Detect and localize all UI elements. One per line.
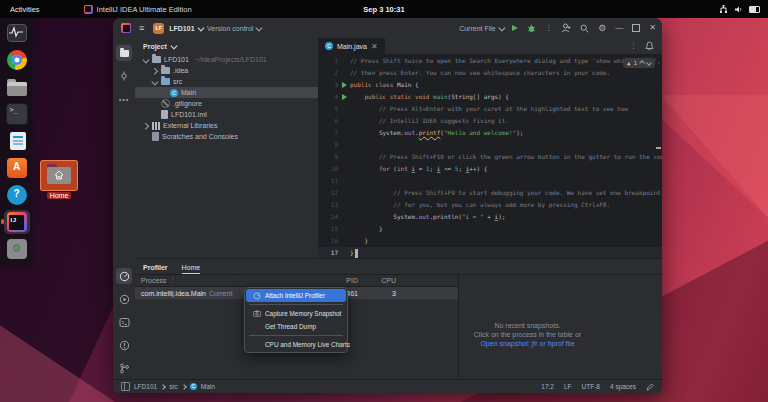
dock-item-software-center[interactable]: [4, 156, 30, 180]
editor-tab-main-java[interactable]: C Main.java ✕: [318, 38, 385, 54]
menu-item-attach-intellij-profiler[interactable]: Attach IntelliJ Profiler: [246, 289, 346, 302]
expander-expanded-icon[interactable]: [150, 78, 158, 85]
breadcrumb-main[interactable]: Main: [201, 383, 215, 390]
dock-item-intellij-idea[interactable]: [4, 210, 30, 234]
tool-run-button[interactable]: [116, 291, 132, 307]
editor-options-icon[interactable]: ⋮: [630, 42, 637, 50]
tree-item-main[interactable]: CMain: [135, 87, 318, 98]
prev-problem-icon[interactable]: [639, 60, 645, 66]
window-maximize-button[interactable]: [632, 24, 640, 32]
code-line-6[interactable]: 6 // IntelliJ IDEA suggests fixing it.: [318, 115, 662, 127]
tree-item-external-libraries[interactable]: External Libraries: [135, 120, 318, 131]
search-icon[interactable]: [580, 24, 589, 33]
vcs-widget[interactable]: Version control: [207, 25, 261, 32]
code-line-12[interactable]: 12 // Press Shift+F9 to start debugging …: [318, 187, 662, 199]
run-configuration-widget[interactable]: Current File: [459, 25, 503, 32]
dock-item-libreoffice-writer[interactable]: [4, 129, 30, 153]
code-line-15[interactable]: 15 }: [318, 223, 662, 235]
tree-item-lfd101[interactable]: LFD101~/IdeaProjects/LFD101: [135, 54, 318, 65]
breadcrumb-project[interactable]: LFD101: [134, 383, 157, 390]
chevron-down-icon: [498, 24, 504, 30]
expander-expanded-icon[interactable]: [141, 56, 149, 63]
window-minimize-button[interactable]: —: [615, 24, 623, 32]
next-problem-icon[interactable]: [646, 60, 652, 66]
menu-item-get-thread-dump[interactable]: Get Thread Dump: [246, 320, 346, 333]
tool-more-button[interactable]: •••: [116, 91, 132, 107]
activities-button[interactable]: Activities: [10, 5, 40, 14]
dock-item-terminal[interactable]: [4, 102, 30, 126]
menu-item-capture-memory-snapshot[interactable]: Capture Memory Snapshot: [246, 307, 346, 320]
ide-titlebar[interactable]: ≡ LF LFD101 Version control Current File…: [113, 18, 662, 39]
tree-item-scratches-and-consoles[interactable]: Scratches and Consoles: [135, 131, 318, 142]
project-widget[interactable]: LFD101: [169, 25, 202, 32]
column-pid[interactable]: PID: [306, 277, 358, 284]
project-panel-header[interactable]: Project: [135, 38, 318, 54]
tree-item--gitignore[interactable]: .gitignore: [135, 98, 318, 109]
code-line-7[interactable]: 7 System.out.printf("Hello and welcome!"…: [318, 127, 662, 139]
tool-git-button[interactable]: [116, 360, 132, 376]
tree-item--idea[interactable]: .idea: [135, 65, 318, 76]
profiler-tab-home[interactable]: Home: [182, 264, 201, 274]
code-line-2[interactable]: 2// then press Enter. You can now see wh…: [318, 67, 662, 79]
main-menu-icon[interactable]: ≡: [139, 23, 144, 33]
code-line-4[interactable]: 4 public static void main(String[] args)…: [318, 91, 662, 103]
system-tray[interactable]: [719, 5, 760, 14]
window-close-button[interactable]: ✕: [649, 24, 656, 32]
tool-terminal-button[interactable]: [116, 314, 132, 330]
expander-collapsed-icon[interactable]: [141, 122, 149, 129]
code-line-16[interactable]: 16 }: [318, 235, 662, 247]
code-line-9[interactable]: 9 // Press Shift+F10 or click the green …: [318, 151, 662, 163]
code-line-13[interactable]: 13 // for you, but you can always add mo…: [318, 199, 662, 211]
code-line-10[interactable]: 10 for (int i = 1; i <= 5; i++) {: [318, 163, 662, 175]
tool-commit-button[interactable]: [116, 68, 132, 84]
write-access-icon[interactable]: [646, 383, 654, 391]
network-icon: [719, 5, 728, 14]
code-line-3[interactable]: 3public class Main {: [318, 79, 662, 91]
gutter-run-icon[interactable]: [338, 82, 350, 88]
indent-setting[interactable]: 4 spaces: [610, 383, 636, 390]
tool-project-button[interactable]: [116, 45, 132, 61]
code-editor[interactable]: ▲ 1 1// Press Shift twice to open the Se…: [318, 55, 662, 259]
dock-item-chrome[interactable]: [4, 48, 30, 72]
inspection-widget[interactable]: ▲ 1: [623, 58, 655, 68]
column-process[interactable]: Process: [141, 277, 166, 284]
column-cpu[interactable]: CPU: [358, 277, 400, 284]
caret-position[interactable]: 17:2: [541, 383, 554, 390]
code-text: }: [350, 223, 383, 235]
tool-profiler-button[interactable]: [116, 268, 132, 284]
tab-close-icon[interactable]: ✕: [371, 42, 378, 51]
tool-problems-button[interactable]: [116, 337, 132, 353]
dock-item-files[interactable]: [4, 75, 30, 99]
profiler-panel-title[interactable]: Profiler: [143, 264, 168, 274]
tool-window-layout-icon[interactable]: [121, 382, 130, 391]
code-line-1[interactable]: 1// Press Shift twice to open the Search…: [318, 55, 662, 67]
line-separator[interactable]: LF: [564, 383, 572, 390]
code-line-14[interactable]: 14 System.out.println("i = " + i);: [318, 211, 662, 223]
code-line-5[interactable]: 5 // Press Alt+Enter with your caret at …: [318, 103, 662, 115]
file-encoding[interactable]: UTF-8: [582, 383, 600, 390]
profile-icon[interactable]: [561, 23, 571, 33]
desktop-home-shortcut[interactable]: Home: [38, 160, 80, 199]
breadcrumb-src[interactable]: src: [169, 383, 178, 390]
more-actions-icon[interactable]: ⋮: [545, 24, 552, 32]
gutter-run-icon[interactable]: [338, 94, 350, 100]
run-button[interactable]: [512, 25, 518, 31]
code-text: // Press Shift+F10 or click the green ar…: [350, 151, 662, 163]
class-file-icon: C: [325, 42, 333, 50]
expander-collapsed-icon[interactable]: [150, 67, 158, 74]
dock-item-settings[interactable]: [4, 237, 30, 261]
clock[interactable]: Sep 3 10:31: [363, 5, 404, 14]
notifications-bell-icon[interactable]: [645, 41, 654, 51]
column-options-icon[interactable]: ⋮: [169, 276, 176, 284]
debug-button[interactable]: [527, 24, 536, 33]
settings-gear-icon[interactable]: ⚙: [598, 24, 606, 33]
menu-item-cpu-and-memory-live-charts[interactable]: CPU and Memory Live Charts: [246, 338, 346, 351]
code-line-11[interactable]: 11: [318, 175, 662, 187]
code-line-8[interactable]: 8: [318, 139, 662, 151]
dock-item-system-monitor[interactable]: [4, 21, 30, 45]
tree-item-src[interactable]: src: [135, 76, 318, 87]
focused-app-indicator[interactable]: IntelliJ IDEA Ultimate Edition: [84, 5, 192, 14]
tree-item-lfd101-iml[interactable]: LFD101.iml: [135, 109, 318, 120]
open-snapshot-link[interactable]: Open snapshot: jfr or hprof file: [480, 340, 574, 347]
dock-item-help[interactable]: [4, 183, 30, 207]
